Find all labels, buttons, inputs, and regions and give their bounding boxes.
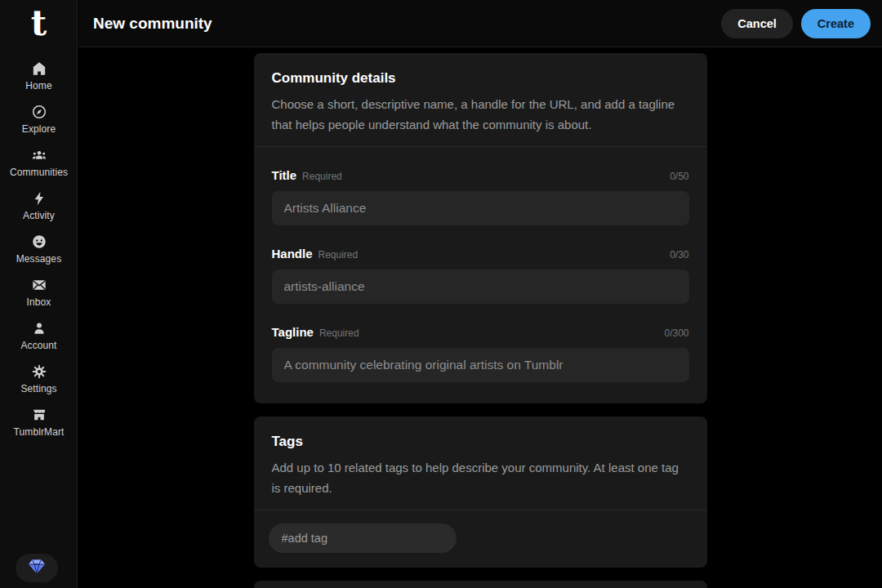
sidebar-item-settings[interactable]: Settings (0, 363, 78, 394)
tagline-input[interactable] (272, 348, 689, 382)
sidebar-item-activity[interactable]: Activity (0, 190, 78, 221)
tags-header: Tags Add up to 10 related tags to help d… (254, 416, 707, 510)
tumblr-premium-button[interactable] (16, 554, 58, 582)
handle-field-label: Handle (272, 247, 313, 261)
communities-icon (31, 147, 47, 163)
sidebar-item-home[interactable]: Home (0, 60, 78, 91)
sidebar-item-label: Communities (10, 167, 68, 178)
tags-card: Tags Add up to 10 related tags to help d… (254, 416, 707, 568)
main-content: Community details Choose a short, descri… (78, 48, 882, 588)
required-label: Required (319, 327, 359, 339)
sidebar-item-inbox[interactable]: Inbox (0, 277, 78, 308)
tagline-field-label: Tagline (272, 325, 314, 339)
sidebar-item-label: Activity (23, 210, 55, 221)
explore-icon (31, 104, 47, 120)
sidebar: t Home Explore Communities Activity (0, 0, 78, 588)
tagline-char-counter: 0/300 (664, 327, 688, 339)
title-field-row: Title Required 0/50 (254, 147, 707, 225)
title-input[interactable] (272, 191, 689, 225)
sidebar-item-label: TumblrMart (14, 426, 65, 438)
sidebar-item-account[interactable]: Account (0, 320, 78, 351)
messages-icon (31, 234, 47, 250)
topbar-actions: Cancel Create (721, 9, 871, 38)
inbox-icon (31, 277, 47, 293)
sidebar-item-label: Explore (22, 123, 56, 135)
tags-input-section (254, 510, 707, 568)
title-char-counter: 0/50 (670, 171, 688, 182)
create-button[interactable]: Create (801, 9, 871, 38)
home-icon (31, 60, 47, 77)
card-title: Tags (272, 433, 689, 451)
sidebar-item-label: Account (20, 340, 56, 351)
sidebar-item-label: Settings (20, 383, 56, 394)
sidebar-item-tumblrmart[interactable]: TumblrMart (0, 407, 78, 438)
tagline-field-row: Tagline Required 0/300 (254, 304, 707, 403)
add-tag-input[interactable] (269, 523, 457, 553)
sidebar-item-messages[interactable]: Messages (0, 234, 78, 265)
community-details-header: Community details Choose a short, descri… (254, 53, 707, 146)
sidebar-nav: Home Explore Communities Activity Messag (0, 60, 78, 438)
sidebar-item-explore[interactable]: Explore (0, 104, 78, 135)
tumblrmart-icon (31, 407, 47, 423)
page-title: New community (93, 15, 212, 33)
card-title: Community details (272, 69, 689, 87)
community-details-card: Community details Choose a short, descri… (254, 53, 707, 403)
sidebar-item-label: Messages (16, 253, 62, 265)
community-details-fields: Title Required 0/50 Handle Required 0/30 (254, 146, 707, 403)
activity-icon (31, 190, 47, 207)
account-icon (31, 320, 47, 336)
title-field-label: Title (272, 168, 297, 182)
sidebar-item-label: Home (25, 80, 51, 91)
card-description: Choose a short, descriptive name, a hand… (272, 94, 684, 135)
tumblr-logo[interactable]: t (0, 2, 78, 46)
next-card-peek (254, 581, 707, 588)
sidebar-item-communities[interactable]: Communities (0, 147, 78, 178)
handle-field-row: Handle Required 0/30 (254, 225, 707, 304)
required-label: Required (302, 171, 342, 182)
diamond-icon (27, 559, 47, 578)
cancel-button[interactable]: Cancel (721, 9, 793, 38)
sidebar-item-label: Inbox (27, 296, 51, 308)
settings-icon (31, 363, 47, 380)
required-label: Required (318, 249, 359, 261)
card-description: Add up to 10 related tags to help descri… (272, 457, 684, 498)
topbar: New community Cancel Create (78, 0, 882, 47)
handle-char-counter: 0/30 (670, 249, 688, 261)
handle-input[interactable] (272, 270, 689, 304)
